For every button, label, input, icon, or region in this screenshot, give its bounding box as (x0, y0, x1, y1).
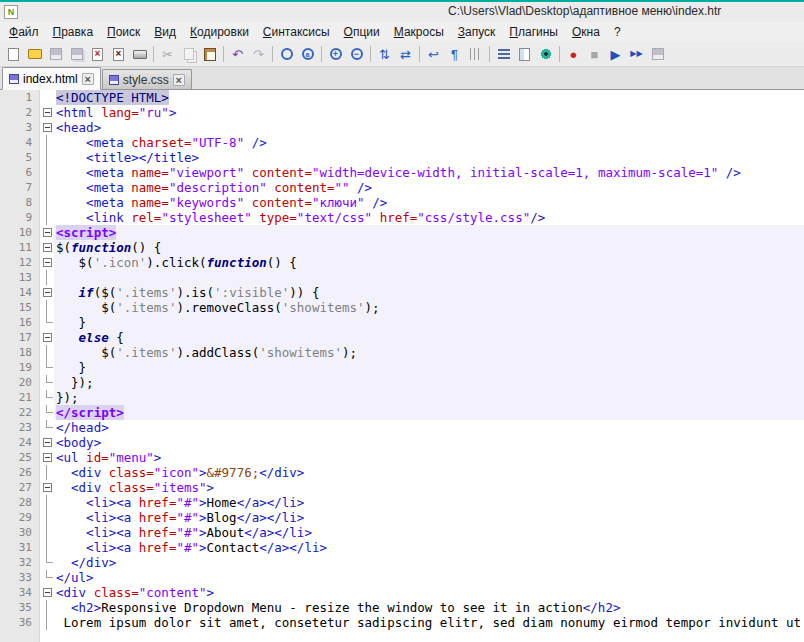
code-line[interactable]: 33</ul> (0, 570, 804, 585)
code-line[interactable]: 12 $('.icon').click(function() { (0, 255, 804, 270)
copy-button[interactable] (178, 44, 199, 65)
fold-collapse-icon[interactable] (43, 483, 52, 492)
code-line[interactable]: 3<head> (0, 120, 804, 135)
code-text[interactable]: } (54, 360, 804, 375)
close-tab-icon[interactable]: × (82, 73, 94, 85)
code-line[interactable]: 31 <li><a href="#">Contact</a></li> (0, 540, 804, 555)
code-line[interactable]: 8 <meta name="keywords" content="ключи" … (0, 195, 804, 210)
code-line[interactable]: 32 </div> (0, 555, 804, 570)
indent-guides-button[interactable] (465, 44, 486, 65)
replace-button[interactable]: a (297, 44, 318, 65)
menu-item-Запуск[interactable]: Запуск (451, 23, 503, 41)
code-line[interactable]: 27 <div class="items"> (0, 480, 804, 495)
code-text[interactable]: <div class="items"> (54, 480, 804, 495)
fold-collapse-icon[interactable] (43, 588, 52, 597)
sync-horizontal-scroll-button[interactable]: ⇄ (395, 44, 416, 65)
code-text[interactable]: <script> (54, 225, 804, 240)
code-line[interactable]: 19 } (0, 360, 804, 375)
find-button[interactable] (276, 44, 297, 65)
code-line[interactable]: 11$(function() { (0, 240, 804, 255)
code-text[interactable]: <head> (54, 120, 804, 135)
code-text[interactable]: <!DOCTYPE HTML> (54, 90, 804, 105)
code-text[interactable]: <li><a href="#">Contact</a></li> (54, 540, 804, 555)
code-text[interactable]: <html lang="ru"> (54, 105, 804, 120)
menu-item-Плагины[interactable]: Плагины (502, 23, 565, 41)
menu-item-Правка[interactable]: Правка (46, 23, 101, 41)
code-line[interactable]: 9 <link rel="stylesheet" type="text/css"… (0, 210, 804, 225)
code-line[interactable]: 20 }); (0, 375, 804, 390)
save-button[interactable] (45, 44, 66, 65)
code-line[interactable]: 36 Lorem ipsum dolor sit amet, consetetu… (0, 615, 804, 630)
code-text[interactable]: if($('.items').is(':visible')) { (54, 285, 804, 300)
undo-button[interactable]: ↶ (227, 44, 248, 65)
new-file-button[interactable] (3, 44, 24, 65)
fold-collapse-icon[interactable] (43, 453, 52, 462)
run-macro-multiple-button[interactable]: ▶▶ (626, 44, 647, 65)
code-text[interactable]: Lorem ipsum dolor sit amet, consetetur s… (54, 615, 804, 630)
code-line[interactable]: 18 $('.items').addClass('showitems'); (0, 345, 804, 360)
paste-button[interactable] (199, 44, 220, 65)
code-text[interactable]: <h2>Responsive Dropdown Menu - resize th… (54, 600, 804, 615)
close-all-button[interactable]: × (108, 44, 129, 65)
code-line[interactable]: 13 (0, 270, 804, 285)
code-line[interactable]: 7 <meta name="description" content="" /> (0, 180, 804, 195)
code-text[interactable]: <meta charset="UTF-8" /> (54, 135, 804, 150)
code-line[interactable]: 5 <title></title> (0, 150, 804, 165)
fold-collapse-icon[interactable] (43, 333, 52, 342)
code-line[interactable]: 1<!DOCTYPE HTML> (0, 90, 804, 105)
code-text[interactable]: } (54, 315, 804, 330)
code-text[interactable]: </script> (54, 405, 804, 420)
menu-item-Вид[interactable]: Вид (147, 23, 183, 41)
record-macro-button[interactable]: ● (563, 44, 584, 65)
code-line[interactable]: 21}); (0, 390, 804, 405)
code-text[interactable]: $('.icon').click(function() { (54, 255, 804, 270)
menu-item-?[interactable]: ? (607, 23, 628, 41)
code-line[interactable]: 16 } (0, 315, 804, 330)
fold-collapse-icon[interactable] (43, 243, 52, 252)
menu-item-Опции[interactable]: Опции (337, 23, 387, 41)
zoom-out-button[interactable]: − (346, 44, 367, 65)
menu-item-Макросы[interactable]: Макросы (387, 23, 451, 41)
code-text[interactable]: <title></title> (54, 150, 804, 165)
fold-collapse-icon[interactable] (43, 123, 52, 132)
code-line[interactable]: 2<html lang="ru"> (0, 105, 804, 120)
menu-item-Файл[interactable]: Файл (2, 23, 46, 41)
tab-style.css[interactable]: style.css× (102, 69, 192, 89)
code-text[interactable]: $('.items').addClass('showitems'); (54, 345, 804, 360)
close-file-button[interactable]: × (87, 44, 108, 65)
code-text[interactable]: <link rel="stylesheet" type="text/css" h… (54, 210, 804, 225)
menu-item-Синтаксисы[interactable]: Синтаксисы (256, 23, 337, 41)
sync-vertical-scroll-button[interactable]: ⇅ (374, 44, 395, 65)
print-button[interactable] (129, 44, 150, 65)
fold-collapse-icon[interactable] (43, 108, 52, 117)
close-tab-icon[interactable]: × (173, 74, 185, 86)
code-line[interactable]: 6 <meta name="viewport" content="width=d… (0, 165, 804, 180)
code-line[interactable]: 26 <div class="icon">&#9776;</div> (0, 465, 804, 480)
show-all-characters-button[interactable]: ¶ (444, 44, 465, 65)
menu-item-Кодировки[interactable]: Кодировки (183, 23, 256, 41)
code-text[interactable]: <ul id="menu"> (54, 450, 804, 465)
code-line[interactable]: 25<ul id="menu"> (0, 450, 804, 465)
cut-button[interactable]: ✂ (157, 44, 178, 65)
code-line[interactable]: 10<script> (0, 225, 804, 240)
play-macro-button[interactable]: ▶ (605, 44, 626, 65)
code-text[interactable]: <meta name="viewport" content="width=dev… (54, 165, 804, 180)
code-text[interactable]: <meta name="description" content="" /> (54, 180, 804, 195)
tab-index.html[interactable]: index.html× (2, 67, 101, 90)
title-bar[interactable]: N C:\Users\Vlad\Desktop\адаптивное меню\… (0, 2, 804, 22)
document-map-button[interactable] (514, 44, 535, 65)
zoom-in-button[interactable]: + (325, 44, 346, 65)
code-line[interactable]: 15 $('.items').removeClass('showitems'); (0, 300, 804, 315)
fold-collapse-icon[interactable] (43, 228, 52, 237)
fold-collapse-icon[interactable] (43, 288, 52, 297)
save-macro-button[interactable] (647, 44, 668, 65)
code-text[interactable]: <li><a href="#">Home</a></li> (54, 495, 804, 510)
code-text[interactable] (54, 270, 804, 285)
code-text[interactable]: <body> (54, 435, 804, 450)
menu-item-Окна[interactable]: Окна (565, 23, 607, 41)
code-line[interactable]: 24<body> (0, 435, 804, 450)
code-text[interactable]: <li><a href="#">About</a></li> (54, 525, 804, 540)
code-line[interactable]: 22</script> (0, 405, 804, 420)
code-text[interactable]: $(function() { (54, 240, 804, 255)
open-file-button[interactable] (24, 44, 45, 65)
